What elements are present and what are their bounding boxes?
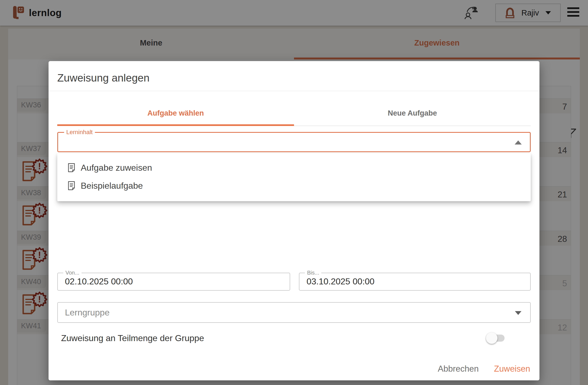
lerngruppe-placeholder: Lerngruppe bbox=[58, 303, 530, 322]
active-tab-indicator bbox=[57, 124, 294, 126]
cancel-button[interactable]: Abbrechen bbox=[437, 362, 480, 376]
document-icon bbox=[68, 181, 75, 190]
dialog-actions: Abbrechen Zuweisen bbox=[437, 362, 531, 376]
von-datetime-field[interactable]: Von... 02.10.2025 00:00 bbox=[57, 273, 290, 291]
caret-down-icon bbox=[515, 311, 521, 315]
create-assignment-dialog: Zuweisung anlegen Aufgabe wählen Neue Au… bbox=[49, 61, 539, 380]
lerninhalt-select[interactable]: Lerninhalt bbox=[57, 132, 531, 152]
caret-up-icon bbox=[515, 140, 522, 145]
divider bbox=[49, 91, 539, 91]
bis-datetime-field[interactable]: Bis... 03.10.2025 00:00 bbox=[299, 273, 531, 291]
dialog-title: Zuweisung anlegen bbox=[57, 72, 149, 84]
tab-neue-aufgabe[interactable]: Neue Aufgabe bbox=[294, 109, 531, 118]
lerninhalt-dropdown-panel: Aufgabe zuweisen Beispielaufgabe bbox=[57, 153, 531, 201]
bis-value: 03.10.2025 00:00 bbox=[299, 273, 530, 290]
von-label: Von... bbox=[63, 270, 82, 276]
subset-toggle-label: Zuweisung an Teilmenge der Gruppe bbox=[61, 330, 522, 346]
lerninhalt-label: Lerninhalt bbox=[64, 129, 95, 136]
tab-aufgabe-waehlen[interactable]: Aufgabe wählen bbox=[57, 109, 294, 118]
toggle-knob bbox=[486, 332, 497, 344]
lerngruppe-select[interactable]: Lerngruppe bbox=[57, 302, 531, 323]
document-icon bbox=[68, 163, 75, 172]
subset-toggle-switch[interactable] bbox=[487, 335, 505, 342]
bis-label: Bis... bbox=[305, 270, 321, 276]
submit-button[interactable]: Zuweisen bbox=[493, 362, 531, 376]
von-value: 02.10.2025 00:00 bbox=[58, 273, 290, 290]
dropdown-option-aufgabe-zuweisen[interactable]: Aufgabe zuweisen bbox=[57, 159, 531, 177]
dropdown-option-beispielaufgabe[interactable]: Beispielaufgabe bbox=[57, 177, 531, 195]
subset-toggle-row: Zuweisung an Teilmenge der Gruppe bbox=[61, 330, 522, 346]
